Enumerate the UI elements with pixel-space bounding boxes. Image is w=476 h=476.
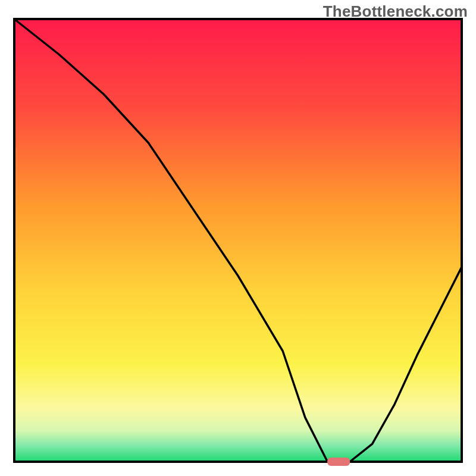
optimum-marker: [327, 458, 350, 466]
watermark-text: TheBottleneck.com: [323, 2, 468, 21]
bottleneck-chart: [0, 0, 476, 476]
plot-background: [14, 19, 462, 462]
